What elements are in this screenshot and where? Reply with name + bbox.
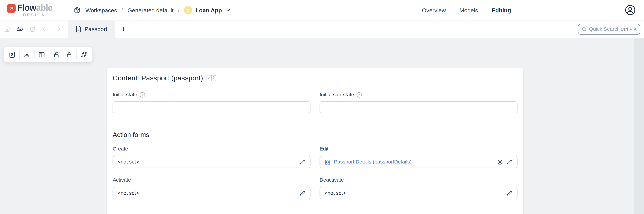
field-label: Initial sub-state ? bbox=[320, 91, 518, 98]
add-tab-button[interactable]: + bbox=[115, 20, 132, 38]
download-icon[interactable] bbox=[20, 51, 33, 58]
action-edit: Edit Passport Details (passportDetails) bbox=[320, 146, 518, 168]
brand-subtitle: DESIGN bbox=[23, 13, 52, 17]
lock-icon bbox=[62, 51, 75, 58]
flowable-logo: Flowable DESIGN bbox=[7, 3, 68, 17]
undo-arrow-left-icon bbox=[42, 26, 48, 32]
action-activate: Activate <not set> bbox=[113, 177, 310, 199]
toolbar-divider bbox=[34, 50, 34, 59]
side-panel-icon[interactable] bbox=[35, 51, 48, 58]
action-deactivate-value: <not set> bbox=[324, 190, 503, 196]
breadcrumb: Workspaces / Generated default / $ Loan … bbox=[74, 6, 231, 14]
initial-sub-state-input[interactable] bbox=[320, 101, 518, 113]
header-nav: Overview Models Editing bbox=[422, 7, 511, 13]
breadcrumb-app-name: Loan App bbox=[196, 7, 222, 13]
model-toolbar bbox=[4, 47, 92, 62]
nav-overview[interactable]: Overview bbox=[422, 7, 446, 13]
action-create-label: Create bbox=[113, 146, 310, 153]
initial-state-fields: Initial state ? Initial sub-state ? bbox=[113, 91, 518, 113]
search-icon bbox=[582, 26, 587, 32]
action-create: Create <not set> bbox=[113, 146, 310, 168]
translate-icon[interactable]: A 文 bbox=[207, 75, 216, 81]
top-header: Flowable DESIGN Workspaces / Generated d… bbox=[0, 0, 644, 20]
workspace-cube-icon bbox=[74, 6, 81, 14]
toolbar-divider bbox=[49, 50, 49, 59]
action-edit-box[interactable]: Passport Details (passportDetails) bbox=[320, 156, 518, 168]
action-create-box[interactable]: <not set> bbox=[113, 156, 310, 168]
initial-sub-state-label: Initial sub-state bbox=[320, 92, 354, 98]
brand-name: Flowable bbox=[17, 3, 52, 12]
save-icon bbox=[4, 26, 10, 32]
card-title-row: Content: Passport (passport) A 文 bbox=[113, 74, 518, 82]
initial-state-label: Initial state bbox=[113, 92, 137, 98]
action-edit-label: Edit bbox=[320, 146, 518, 153]
tab-bar-tools bbox=[0, 20, 61, 38]
brand-name-light: able bbox=[36, 3, 52, 12]
nav-editing[interactable]: Editing bbox=[492, 7, 511, 13]
app-window: Flowable DESIGN Workspaces / Generated d… bbox=[0, 0, 644, 214]
breadcrumb-separator: / bbox=[178, 7, 180, 13]
toolbar-divider bbox=[76, 50, 76, 59]
quick-search-placeholder: Quick Search... bbox=[589, 26, 618, 32]
tab-bar-spacer bbox=[132, 20, 578, 38]
page-title: Content: Passport (passport) bbox=[113, 74, 203, 82]
action-deactivate: Deactivate <not set> bbox=[320, 177, 518, 199]
breadcrumb-separator: / bbox=[122, 7, 123, 13]
action-deactivate-box[interactable]: <not set> bbox=[320, 187, 518, 199]
chevron-down-icon bbox=[226, 7, 231, 13]
breadcrumb-workspaces[interactable]: Workspaces bbox=[86, 7, 117, 13]
field-label: Initial state ? bbox=[113, 91, 310, 98]
remove-circle-x-icon[interactable] bbox=[497, 159, 503, 165]
user-avatar-icon[interactable] bbox=[625, 4, 636, 16]
compare-versions-icon[interactable] bbox=[77, 51, 90, 58]
edit-pencil-icon[interactable] bbox=[506, 159, 512, 165]
breadcrumb-app[interactable]: $ Loan App bbox=[184, 6, 231, 14]
toolbar-divider bbox=[19, 50, 20, 59]
brand-name-bold: Flow bbox=[17, 3, 36, 12]
edit-pencil-icon[interactable] bbox=[300, 190, 306, 196]
close-model-icon bbox=[30, 26, 36, 32]
initial-state-input[interactable] bbox=[113, 101, 310, 113]
document-icon bbox=[76, 26, 81, 32]
field-initial-sub-state: Initial sub-state ? bbox=[320, 91, 518, 113]
form-model-icon bbox=[324, 159, 330, 165]
breadcrumb-workspace-name[interactable]: Generated default bbox=[128, 7, 174, 13]
vertical-scrollbar[interactable] bbox=[634, 38, 644, 214]
editor-canvas: Content: Passport (passport) A 文 Initial… bbox=[0, 38, 644, 214]
publish-cloud-upload-icon[interactable] bbox=[16, 26, 23, 33]
nav-models[interactable]: Models bbox=[459, 7, 478, 13]
app-badge-icon: $ bbox=[184, 6, 192, 14]
help-icon[interactable]: ? bbox=[356, 92, 362, 98]
action-deactivate-label: Deactivate bbox=[320, 177, 518, 184]
flowable-arrow-icon bbox=[7, 4, 16, 13]
action-activate-box[interactable]: <not set> bbox=[113, 187, 310, 199]
action-create-value: <not set> bbox=[118, 159, 296, 165]
tab-passport-label: Passport bbox=[85, 26, 107, 32]
edit-form-link[interactable]: Passport Details (passportDetails) bbox=[334, 159, 494, 165]
action-activate-label: Activate bbox=[113, 177, 310, 184]
save-icon bbox=[6, 51, 18, 58]
edit-pencil-icon[interactable] bbox=[506, 190, 512, 196]
action-forms-grid: Create <not set> Edit Passport D bbox=[113, 146, 518, 199]
editor-tab-bar: Passport + Quick Search... Ctrl + K bbox=[0, 20, 644, 38]
action-activate-value: <not set> bbox=[118, 190, 296, 196]
quick-search-shortcut: Ctrl + K bbox=[620, 27, 637, 32]
content-model-card: Content: Passport (passport) A 文 Initial… bbox=[106, 68, 524, 214]
redo-arrow-right-icon bbox=[55, 26, 61, 32]
unlock-icon[interactable] bbox=[50, 51, 62, 58]
tab-passport[interactable]: Passport bbox=[68, 20, 115, 38]
quick-search-input[interactable]: Quick Search... Ctrl + K bbox=[578, 24, 640, 35]
field-initial-state: Initial state ? bbox=[113, 91, 310, 113]
help-icon[interactable]: ? bbox=[140, 92, 145, 98]
edit-pencil-icon[interactable] bbox=[300, 159, 306, 165]
section-title-action-forms: Action forms bbox=[113, 131, 518, 139]
